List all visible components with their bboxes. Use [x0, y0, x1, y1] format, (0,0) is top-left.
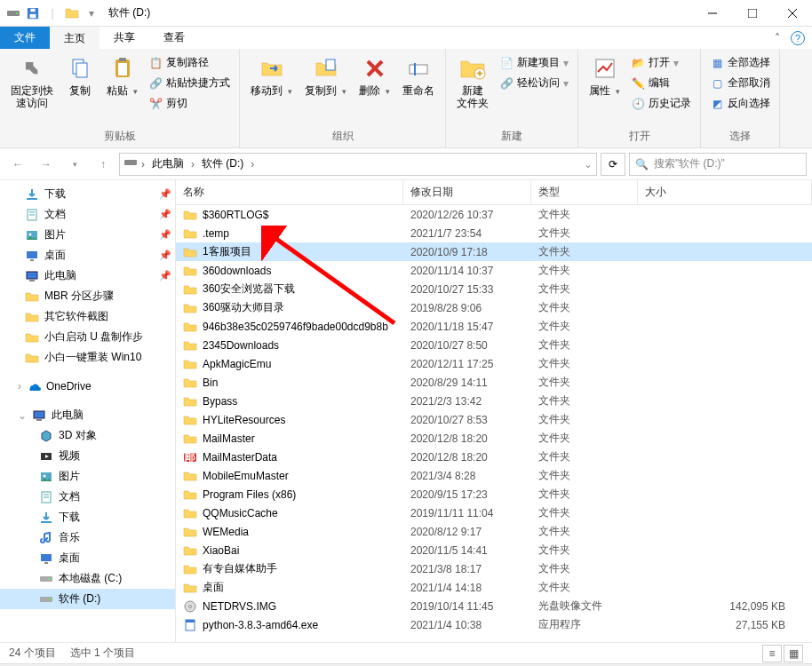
open-button[interactable]: 📂打开▾ [627, 52, 695, 73]
sidebar-item[interactable]: 图片📌 [0, 225, 175, 245]
file-row[interactable]: Program Files (x86)2020/9/15 17:23文件夹 [176, 485, 812, 503]
file-row[interactable]: Bypass2021/2/3 13:42文件夹 [176, 392, 812, 410]
paste-button[interactable]: 粘贴 [101, 51, 143, 100]
save-icon[interactable] [25, 5, 41, 21]
file-type: 文件夹 [531, 281, 638, 297]
breadcrumb[interactable]: › 此电脑 › 软件 (D:) › ⌄ [119, 153, 597, 176]
column-type[interactable]: 类型 [531, 180, 638, 204]
back-button[interactable]: ← [5, 152, 30, 177]
view-icons-button[interactable]: ▦ [784, 645, 803, 662]
paste-shortcut-button[interactable]: 🔗粘贴快捷方式 [145, 73, 234, 93]
copy-button[interactable]: 复制 [60, 51, 100, 100]
file-row[interactable]: 邮MailMasterData2020/12/8 18:20文件夹 [176, 448, 812, 466]
file-row[interactable]: 360downloads2020/11/14 10:37文件夹 [176, 261, 812, 280]
new-item-button[interactable]: 📄新建项目▾ [496, 52, 572, 73]
sidebar-item[interactable]: 视频 [0, 446, 175, 466]
close-button[interactable] [772, 0, 812, 27]
sidebar-item[interactable]: 其它软件截图 [0, 306, 175, 327]
search-input[interactable]: 🔍 搜索"软件 (D:)" [629, 153, 807, 176]
file-list: 名称 修改日期 类型 大小 $360RTLOG$2020/12/26 10:37… [176, 180, 812, 642]
copy-to-button[interactable]: 复制到 [299, 51, 352, 100]
refresh-button[interactable]: ⟳ [601, 153, 625, 176]
file-row[interactable]: HYLiteResources2020/10/27 8:53文件夹 [176, 410, 812, 429]
properties-button[interactable]: 属性 [584, 51, 625, 100]
breadcrumb-sep[interactable]: › [139, 158, 147, 170]
file-row[interactable]: $360RTLOG$2020/12/26 10:37文件夹 [176, 205, 812, 224]
rename-button[interactable]: 重命名 [397, 51, 440, 100]
file-row[interactable]: XiaoBai2020/11/5 14:41文件夹 [176, 541, 812, 559]
column-name[interactable]: 名称 [176, 180, 403, 204]
move-to-button[interactable]: 移动到 [245, 51, 298, 100]
sidebar-item[interactable]: 文档 [0, 487, 175, 507]
maximize-button[interactable] [732, 0, 772, 27]
file-row[interactable]: 946b38e35c0259746f9bade00dcd9b8b2020/11/… [176, 317, 812, 336]
sidebar-item[interactable]: 音乐 [0, 527, 175, 548]
file-row[interactable]: 360安全浏览器下载2020/10/27 15:33文件夹 [176, 280, 812, 298]
file-row[interactable]: QQMusicCache2019/11/11 11:04文件夹 [176, 503, 812, 522]
file-name: MailMaster [203, 432, 255, 445]
file-name: QQMusicCache [203, 507, 278, 519]
sidebar-item[interactable]: 小白启动 U 盘制作步 [0, 327, 175, 347]
delete-button[interactable]: 删除 [354, 51, 395, 100]
file-row[interactable]: Bin2020/8/29 14:11文件夹 [176, 373, 812, 392]
edit-button[interactable]: ✏️编辑 [627, 73, 695, 93]
minimize-button[interactable] [692, 0, 732, 27]
recent-dropdown[interactable]: ▾ [62, 152, 87, 177]
sidebar-item[interactable]: 本地磁盘 (C:) [0, 568, 175, 589]
pin-to-quick-access-button[interactable]: 固定到快 速访问 [5, 51, 59, 114]
file-row[interactable]: WEMedia2020/8/12 9:17文件夹 [176, 522, 812, 541]
up-button[interactable]: ↑ [91, 152, 115, 177]
sidebar-onedrive[interactable]: ›OneDrive [0, 377, 175, 396]
file-row[interactable]: 1客服项目2020/10/9 17:18文件夹 [176, 242, 812, 261]
sidebar-item[interactable]: 图片 [0, 466, 175, 487]
history-button[interactable]: 🕘历史记录 [627, 93, 695, 114]
qat-dropdown[interactable]: ▾ [84, 5, 100, 21]
new-folder-button[interactable]: ✦ 新建 文件夹 [451, 51, 494, 114]
sidebar-thispc[interactable]: ⌄此电脑 [0, 405, 175, 425]
file-row[interactable]: 桌面2021/1/4 14:18文件夹 [176, 578, 812, 597]
column-date[interactable]: 修改日期 [403, 180, 531, 204]
file-row[interactable]: 有专自媒体助手2021/3/8 18:17文件夹 [176, 559, 812, 578]
sidebar-item[interactable]: MBR 分区步骤 [0, 286, 175, 306]
navigation-pane[interactable]: 下载📌文档📌图片📌桌面📌此电脑📌MBR 分区步骤其它软件截图小白启动 U 盘制作… [0, 180, 176, 642]
file-row[interactable]: ApkMagicEmu2020/12/11 17:25文件夹 [176, 354, 812, 373]
file-type: 应用程序 [531, 617, 638, 632]
breadcrumb-drive[interactable]: 软件 (D:) [198, 156, 247, 171]
tab-file[interactable]: 文件 [0, 27, 50, 49]
sidebar-item[interactable]: 下载📌 [0, 184, 175, 204]
invert-selection-button[interactable]: ◩反向选择 [706, 93, 774, 114]
tab-view[interactable]: 查看 [149, 27, 199, 49]
view-details-button[interactable]: ≡ [762, 645, 782, 662]
easy-access-button[interactable]: 🔗轻松访问▾ [496, 73, 572, 93]
select-all-button[interactable]: ▦全部选择 [706, 52, 774, 73]
cut-button[interactable]: ✂️剪切 [145, 93, 234, 114]
copy-path-button[interactable]: 📋复制路径 [145, 52, 234, 73]
file-row[interactable]: .temp2021/1/7 23:54文件夹 [176, 224, 812, 242]
sidebar-item[interactable]: 文档📌 [0, 204, 175, 225]
sidebar-item[interactable]: 3D 对象 [0, 425, 175, 446]
sidebar-item[interactable]: 下载 [0, 507, 175, 527]
file-rows[interactable]: $360RTLOG$2020/12/26 10:37文件夹.temp2021/1… [176, 205, 812, 642]
column-size[interactable]: 大小 [638, 180, 812, 204]
sidebar-item[interactable]: 桌面 [0, 548, 175, 568]
help-icon[interactable]: ? [791, 31, 805, 45]
breadcrumb-sep[interactable]: › [189, 158, 196, 170]
breadcrumb-root[interactable]: 此电脑 [148, 156, 187, 171]
file-row[interactable]: MobileEmuMaster2021/3/4 8:28文件夹 [176, 466, 812, 485]
breadcrumb-sep[interactable]: › [249, 158, 256, 170]
file-row[interactable]: 2345Downloads2020/10/27 8:50文件夹 [176, 336, 812, 354]
tab-share[interactable]: 共享 [100, 27, 149, 49]
breadcrumb-dropdown[interactable]: ⌄ [584, 158, 593, 170]
file-row[interactable]: python-3.8.3-amd64.exe2021/1/4 10:38应用程序… [176, 615, 812, 634]
file-row[interactable]: 360驱动大师目录2019/8/28 9:06文件夹 [176, 298, 812, 317]
tab-home[interactable]: 主页 [50, 27, 100, 49]
sidebar-item[interactable]: 软件 (D:) [0, 589, 175, 609]
select-none-button[interactable]: ▢全部取消 [706, 73, 774, 93]
forward-button[interactable]: → [34, 152, 59, 177]
file-row[interactable]: NETDRVS.IMG2019/10/14 11:45光盘映像文件142,095… [176, 597, 812, 615]
ribbon-collapse-icon[interactable]: ˄ [775, 32, 780, 44]
file-row[interactable]: MailMaster2020/12/8 18:20文件夹 [176, 429, 812, 448]
sidebar-item[interactable]: 桌面📌 [0, 245, 175, 266]
sidebar-item[interactable]: 此电脑📌 [0, 266, 175, 286]
sidebar-item[interactable]: 小白一键重装 Win10 [0, 347, 175, 368]
